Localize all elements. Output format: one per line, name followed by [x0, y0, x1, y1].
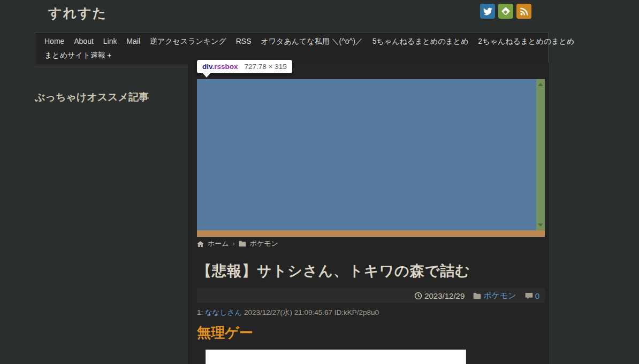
nav-item-about[interactable]: About	[74, 37, 94, 45]
post-number: 1:	[197, 308, 203, 316]
comment-bubble-icon	[525, 292, 533, 300]
nav-item-5ch-matome[interactable]: 5ちゃんねるまとめのまとめ	[372, 37, 469, 45]
breadcrumb-home-link[interactable]: ホーム	[208, 239, 229, 249]
devtools-tag: div	[202, 63, 212, 71]
post-body-text: 無理ゲー	[197, 323, 545, 342]
folder-icon	[473, 292, 481, 299]
highlight-margin-overlay	[197, 230, 545, 237]
article-title: 【悲報】サトシさん、トキワの森で詰む	[197, 261, 545, 281]
sidebar-recommended-heading: ぶっちゃけオススメ記事	[35, 90, 149, 104]
feedly-button[interactable]	[498, 4, 513, 19]
rss-button[interactable]	[516, 4, 531, 19]
feedly-icon	[501, 6, 511, 16]
nav-item-mail[interactable]: Mail	[126, 37, 140, 45]
home-icon	[197, 241, 204, 247]
breadcrumb-category-link[interactable]: ポケモン	[250, 239, 278, 249]
twitter-button[interactable]	[480, 4, 495, 19]
devtools-class: .rssbox	[212, 63, 238, 71]
nav-item-link[interactable]: Link	[103, 37, 117, 45]
post-image-placeholder	[206, 350, 466, 364]
scrollbar-up-arrow-icon	[538, 83, 543, 86]
article-category: ポケモン	[473, 291, 516, 301]
twitter-icon	[483, 7, 492, 16]
breadcrumb-separator: ›	[233, 240, 235, 247]
rss-icon	[520, 7, 529, 16]
post-datetime: 2023/12/27(水) 21:09:45.67 ID:kKP/2p8u0	[244, 308, 379, 316]
devtools-tooltip: div.rssbox 727.78 × 315	[197, 60, 292, 73]
devtools-selector: div.rssbox	[202, 63, 238, 71]
nav-item-home[interactable]: Home	[44, 37, 64, 45]
article-comments: 0	[525, 291, 539, 300]
breadcrumb: ホーム › ポケモン	[197, 239, 545, 249]
main-content-column: ホーム › ポケモン 【悲報】サトシさん、トキワの森で詰む 2023/12/29…	[188, 63, 549, 364]
folder-icon	[239, 241, 246, 247]
site-title[interactable]: すれすた	[48, 4, 107, 22]
post-header-line: 1: ななしさん 2023/12/27(水) 21:09:45.67 ID:kK…	[197, 308, 545, 317]
scrollbar-down-arrow-icon	[538, 223, 543, 227]
category-link[interactable]: ポケモン	[483, 291, 516, 301]
nav-item-owata-antenna[interactable]: オワタあんてな私用 ＼(^o^)／	[261, 37, 362, 45]
highlight-content-overlay	[197, 79, 536, 230]
highlight-scrollbar-overlay	[536, 79, 545, 230]
devtools-dimensions: 727.78 × 315	[245, 63, 287, 71]
nav-item-rss[interactable]: RSS	[236, 37, 252, 45]
inspected-rssbox-element	[197, 79, 545, 230]
post-author-link[interactable]: ななしさん	[205, 308, 242, 316]
nav-item-2ch-matome[interactable]: 2ちゃんねるまとめのまとめ	[478, 37, 574, 45]
nav-row-2: まとめサイト速報＋	[41, 48, 543, 62]
comment-count-link[interactable]: 0	[535, 291, 539, 300]
nav-item-reverse-access-ranking[interactable]: 逆アクセスランキング	[150, 37, 226, 45]
nav-item-matome-sokuho[interactable]: まとめサイト速報＋	[44, 51, 113, 59]
article-meta-bar: 2023/12/29 ポケモン 0	[197, 288, 545, 303]
clock-icon	[414, 292, 422, 300]
article-date: 2023/12/29	[414, 291, 465, 300]
nav-row-1: Home About Link Mail 逆アクセスランキング RSS オワタあ…	[41, 34, 543, 48]
social-links	[480, 4, 531, 19]
